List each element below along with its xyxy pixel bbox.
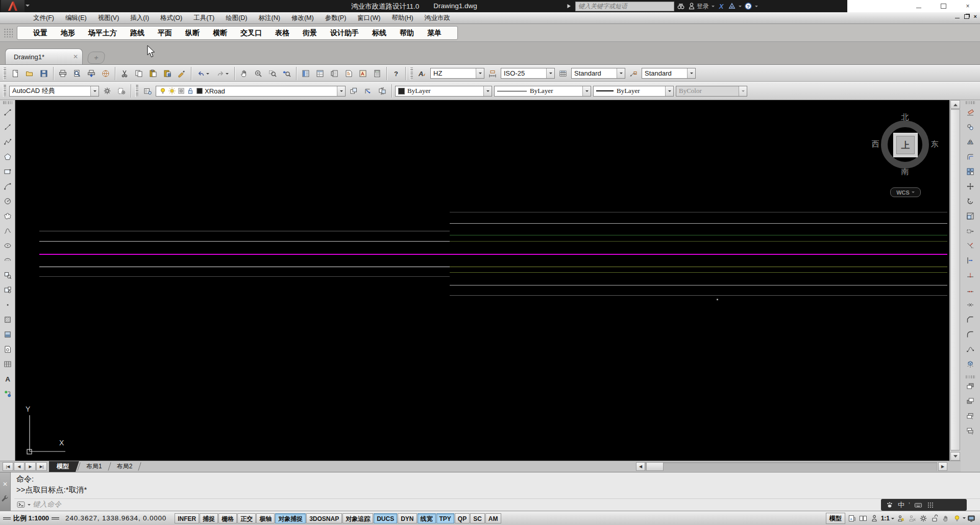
gradient-button[interactable] — [1, 328, 14, 341]
paste-button[interactable] — [146, 66, 160, 81]
menu-工具(T)[interactable]: 工具(T) — [188, 12, 220, 23]
dropdown-arrow-icon[interactable] — [665, 86, 673, 96]
table-style-button[interactable] — [556, 66, 570, 81]
web-button[interactable] — [99, 66, 113, 81]
autodesk360-icon[interactable] — [728, 2, 736, 10]
point-object[interactable] — [717, 299, 718, 300]
viewcube-north[interactable]: 北 — [899, 112, 911, 122]
layer-previous-button[interactable] — [361, 84, 375, 98]
circle-button[interactable] — [1, 195, 14, 208]
revision-cloud-button[interactable] — [1, 209, 14, 223]
mirror-button[interactable] — [964, 135, 977, 149]
zoom-previous-button[interactable] — [280, 66, 294, 81]
linetype-combo[interactable]: ByLayer — [494, 86, 591, 97]
toolbar-grip[interactable] — [410, 67, 413, 80]
text-style-button[interactable]: A — [415, 66, 429, 81]
toggle-极轴[interactable]: 极轴 — [256, 513, 275, 523]
hy-menu-设计助手[interactable]: 设计助手 — [324, 29, 365, 38]
designcenter-button[interactable] — [313, 66, 327, 81]
array-button[interactable] — [964, 165, 977, 178]
help-button[interactable]: ? — [389, 66, 403, 81]
toolbar-grip[interactable] — [4, 28, 13, 37]
break-button[interactable] — [964, 283, 977, 297]
layer-state-button[interactable] — [375, 84, 389, 98]
tab-close-icon[interactable]: ✕ — [73, 53, 78, 60]
paste-special-button[interactable] — [160, 66, 175, 81]
color-combo[interactable]: ByLayer — [395, 86, 492, 97]
copy-object-button[interactable] — [964, 121, 977, 134]
command-close-icon[interactable]: ✕ — [0, 481, 10, 488]
toggle-TPY[interactable]: TPY — [436, 513, 454, 523]
annotation-autoscale-icon[interactable] — [906, 513, 918, 523]
hatch-button[interactable] — [1, 313, 14, 326]
clean-screen-hand-icon[interactable] — [940, 513, 951, 523]
workspace-settings-button[interactable] — [100, 84, 114, 98]
doc-minimize-icon[interactable] — [955, 18, 960, 18]
hy-menu-场平土方[interactable]: 场平土方 — [82, 29, 124, 38]
restore-button[interactable] — [931, 0, 955, 12]
quickview-layouts-icon[interactable] — [846, 513, 857, 523]
zoom-realtime-button[interactable] — [251, 66, 265, 81]
fillet-button[interactable] — [964, 328, 977, 341]
doc-restore-icon[interactable] — [964, 14, 969, 19]
exchange-apps-icon[interactable]: X — [717, 2, 725, 10]
doc-close-icon[interactable]: × — [974, 14, 977, 19]
dropdown-arrow-icon[interactable] — [476, 68, 484, 78]
arc-button[interactable] — [1, 180, 14, 193]
hardware-acceleration-icon[interactable] — [951, 513, 963, 523]
viewcube-east[interactable]: 东 — [928, 139, 941, 149]
toggle-DYN[interactable]: DYN — [398, 513, 416, 523]
toggle-INFER[interactable]: INFER — [175, 513, 199, 523]
lineweight-combo[interactable]: ByLayer — [593, 86, 674, 97]
toggle-AM[interactable]: AM — [485, 513, 501, 523]
menu-文件(F)[interactable]: 文件(F) — [28, 12, 60, 23]
vertical-scrollbar[interactable] — [949, 100, 961, 461]
hy-menu-街景[interactable]: 街景 — [296, 29, 324, 38]
trim-button[interactable] — [964, 239, 977, 252]
hy-menu-表格[interactable]: 表格 — [268, 29, 296, 38]
send-to-back-button[interactable] — [964, 395, 977, 408]
send-under-button[interactable] — [964, 424, 977, 438]
infocenter-collapse-icon[interactable] — [565, 2, 573, 10]
erase-button[interactable] — [964, 106, 977, 119]
workspace-combo[interactable]: AutoCAD 经典 — [9, 86, 99, 97]
menu-参数(P)[interactable]: 参数(P) — [320, 12, 352, 23]
road-line[interactable] — [450, 267, 947, 267]
menu-修改(M)[interactable]: 修改(M) — [286, 12, 320, 23]
viewcube-south[interactable]: 南 — [899, 167, 911, 177]
scroll-down-button[interactable] — [950, 452, 960, 461]
move-button[interactable] — [964, 180, 977, 193]
command-prompt-icon[interactable] — [15, 500, 27, 509]
signin-menu-arrow-icon[interactable] — [712, 6, 715, 9]
road-line[interactable] — [450, 235, 947, 235]
minimize-button[interactable] — [906, 0, 931, 12]
open-button[interactable] — [22, 66, 37, 81]
line-button[interactable] — [1, 106, 14, 119]
hy-menu-标线[interactable]: 标线 — [365, 29, 393, 38]
road-line[interactable] — [450, 223, 947, 224]
next-tab-button[interactable]: ▶ — [25, 462, 36, 471]
toolbar-lock-icon[interactable] — [929, 513, 940, 523]
mleader-style-button[interactable] — [626, 66, 641, 81]
extend-button[interactable] — [964, 254, 977, 267]
hy-menu-路线[interactable]: 路线 — [124, 29, 151, 38]
road-line[interactable] — [450, 272, 947, 273]
signin-button[interactable]: 登录 — [688, 2, 709, 11]
markup-manager-button[interactable] — [356, 66, 370, 81]
quickcalc-button[interactable] — [370, 66, 384, 81]
quickview-drawings-icon[interactable] — [857, 513, 869, 523]
redo-button[interactable] — [213, 66, 232, 81]
pan-button[interactable] — [237, 66, 251, 81]
bring-to-front-button[interactable] — [964, 380, 977, 393]
scroll-right-button[interactable]: ▶ — [938, 462, 947, 471]
road-line[interactable] — [39, 254, 947, 255]
toolbar-grip[interactable] — [3, 85, 6, 97]
region-button[interactable] — [1, 343, 14, 356]
menu-绘图(D)[interactable]: 绘图(D) — [220, 12, 253, 23]
layout-tab-布局2[interactable]: 布局2 — [109, 461, 140, 472]
ime-grid-icon[interactable] — [926, 501, 935, 509]
clean-screen-icon[interactable] — [966, 513, 977, 523]
toolbar-grip[interactable] — [135, 85, 138, 97]
model-space-button[interactable]: 模型 — [826, 513, 845, 524]
polyline-button[interactable] — [1, 135, 14, 149]
